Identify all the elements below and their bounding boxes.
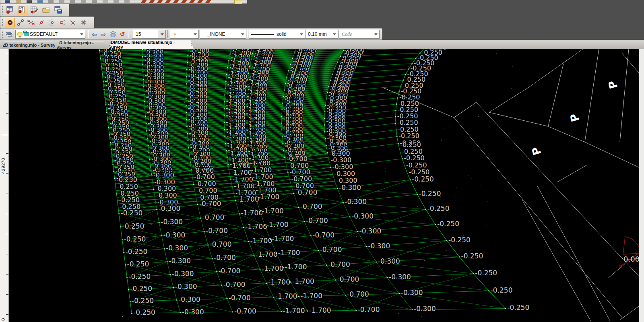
clipped-toolbar-icon[interactable] <box>103 0 108 3</box>
layer-name: SSDEFAULT <box>30 31 58 37</box>
snap-point-icon[interactable] <box>5 18 15 27</box>
svg-text:-0.700: -0.700 <box>210 240 232 248</box>
svg-text:-1.700: -1.700 <box>292 277 314 285</box>
svg-text:-1.700: -1.700 <box>262 207 284 215</box>
chevron-down-icon[interactable] <box>373 30 379 38</box>
chevron-down-icon[interactable] <box>298 30 305 38</box>
point-edit-icon[interactable] <box>29 5 39 15</box>
ruler-coordinate-label-partial: 0 <box>1 318 6 321</box>
cad-drawing[interactable]: -0.250-0.300-0.700-1.700-1.700-0.700-0.3… <box>9 49 639 322</box>
toolbar-row-points: HT <box>0 4 644 17</box>
svg-text:-1.700: -1.700 <box>241 209 263 217</box>
svg-text:-1.700: -1.700 <box>258 193 280 201</box>
tab-3d-tekening[interactable]: 3D tekening.mjo - Survey <box>57 41 107 49</box>
snap-cross-icon[interactable] <box>26 18 36 27</box>
chevron-down-icon[interactable] <box>192 30 198 38</box>
clipped-toolbar-icon[interactable] <box>16 0 21 3</box>
svg-text:-0.700: -0.700 <box>306 217 328 225</box>
ruler-tick <box>6 234 8 234</box>
snap-apex-icon[interactable] <box>57 18 67 27</box>
canvas-scrollbar[interactable] <box>639 49 644 322</box>
chevron-down-icon[interactable] <box>331 30 338 38</box>
scale-select[interactable]: 15 <box>132 30 166 39</box>
ruler-tick <box>6 194 8 194</box>
chevron-down-icon[interactable] <box>159 30 165 38</box>
toolbar-grip[interactable] <box>2 6 3 14</box>
svg-text:-1.700: -1.700 <box>256 250 278 258</box>
tab-2d-tekening[interactable]: 2D tekening.mjo - Survey <box>2 41 56 49</box>
layer-manager-icon[interactable] <box>4 29 14 39</box>
layer-unlocked-icon[interactable] <box>24 32 29 36</box>
svg-text:P: P <box>606 79 620 90</box>
edit-box-icon[interactable] <box>234 0 242 4</box>
toolbar-row-properties: SSDEFAULT ⇦ ⇨ ↻ 15 + _!NONE solid 0.10 m… <box>0 28 644 40</box>
svg-text:-0.250: -0.250 <box>461 252 483 260</box>
style-value: _!NONE <box>207 31 225 37</box>
svg-text:-0.250: -0.250 <box>427 204 450 213</box>
style-select[interactable]: _!NONE <box>200 30 246 39</box>
clipped-toolbar-icon[interactable] <box>27 0 32 3</box>
snap-intersect-icon[interactable] <box>68 18 78 27</box>
lineweight-select[interactable]: 0.10 mm <box>305 30 338 39</box>
drawing-canvas[interactable]: -0.250-0.300-0.700-1.700-1.700-0.700-0.3… <box>9 49 639 322</box>
ruler-tick <box>6 153 8 154</box>
snap-center-icon[interactable] <box>47 18 57 27</box>
linetype-value: solid <box>277 31 287 37</box>
svg-text:-0.700: -0.700 <box>223 281 246 289</box>
svg-text:-1.700: -1.700 <box>250 237 272 245</box>
clipped-toolbar-icon[interactable] <box>5 0 10 3</box>
points-table-icon[interactable] <box>5 5 15 15</box>
layer-visible-icon[interactable] <box>17 32 23 37</box>
svg-text:-0.300: -0.300 <box>345 198 367 206</box>
chevron-down-icon[interactable] <box>78 30 85 38</box>
snap-grid-icon[interactable] <box>78 18 88 27</box>
svg-text:-0.250: -0.250 <box>475 269 497 277</box>
snap-midpoint-icon[interactable] <box>36 18 46 27</box>
svg-text:-1.700: -1.700 <box>272 235 294 243</box>
svg-text:-0.300: -0.300 <box>169 257 191 265</box>
clipped-toolbar-icon[interactable] <box>37 0 43 3</box>
clipped-toolbar-icon[interactable] <box>81 0 86 3</box>
tab-3dmodel-active[interactable]: 3DMODEL-nieuwe situatie.mjo - Survey × <box>108 40 194 49</box>
ht-list-icon[interactable]: HT <box>17 5 27 15</box>
svg-text:-0.700: -0.700 <box>347 290 369 298</box>
svg-text:-1.700: -1.700 <box>245 223 267 231</box>
svg-text:-0.250: -0.250 <box>507 303 529 312</box>
forward-arrow-icon[interactable]: ⇨ <box>98 29 108 39</box>
svg-text:-0.300: -0.300 <box>172 270 194 278</box>
code-select[interactable]: Code <box>339 30 380 39</box>
snap-endpoint-icon[interactable] <box>15 18 25 27</box>
lineweight-value: 0.10 mm <box>308 31 327 37</box>
svg-text:-0.300: -0.300 <box>401 289 423 297</box>
svg-text:-0.300: -0.300 <box>161 218 183 226</box>
clipped-toolbar-icon[interactable] <box>59 0 64 3</box>
clipped-toolbar-icon[interactable] <box>124 0 130 3</box>
folder-icon[interactable] <box>41 5 52 15</box>
toolbar-grip[interactable] <box>2 19 3 26</box>
linetype-select[interactable]: solid <box>249 30 305 39</box>
close-icon[interactable]: × <box>191 43 194 47</box>
clipped-toolbar-icon[interactable] <box>114 0 119 3</box>
clipped-toolbar-icon[interactable] <box>92 0 97 3</box>
toolbar-grip[interactable] <box>2 30 3 38</box>
code-placeholder: Code <box>342 31 352 37</box>
pointstyle-value: + <box>173 31 176 37</box>
svg-text:-0.250: -0.250 <box>122 222 144 230</box>
svg-text:-0.300: -0.300 <box>182 308 204 316</box>
toolbar-row-snap <box>0 17 644 28</box>
clipped-toolbar-icon[interactable] <box>48 0 54 3</box>
ruler-tick <box>6 93 8 93</box>
chevron-down-icon[interactable] <box>239 30 246 38</box>
svg-text:-0.700: -0.700 <box>229 294 251 302</box>
layer-select[interactable]: SSDEFAULT <box>15 30 85 39</box>
pointstyle-select[interactable]: + <box>170 30 199 39</box>
ruler-tick <box>6 274 8 275</box>
svg-text:-0.250: -0.250 <box>419 190 441 198</box>
svg-text:-0.250: -0.250 <box>128 272 151 281</box>
clipped-toolbar-icon[interactable] <box>70 0 75 3</box>
export-disk-icon[interactable] <box>53 5 64 15</box>
svg-text:-0.700: -0.700 <box>320 246 342 254</box>
layer-stack-icon[interactable] <box>108 29 118 39</box>
redline-icon[interactable]: ↻ <box>118 29 128 39</box>
svg-text:P: P <box>529 146 543 157</box>
